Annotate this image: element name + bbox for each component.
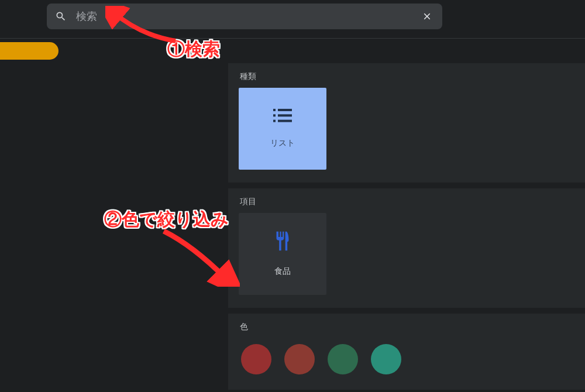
- clear-search-button[interactable]: [420, 9, 434, 23]
- panel-color-title: 色: [240, 322, 574, 332]
- panel-item-title: 項目: [240, 197, 574, 207]
- annotation-2-label: ②色で絞り込み: [104, 208, 229, 232]
- item-tile-label: 食品: [274, 266, 291, 277]
- item-tile-food[interactable]: 食品: [239, 213, 326, 295]
- color-swatch-2[interactable]: [328, 344, 358, 374]
- svg-rect-4: [273, 120, 276, 122]
- close-icon: [422, 11, 432, 22]
- svg-rect-3: [278, 114, 292, 116]
- svg-rect-1: [278, 109, 292, 111]
- top-divider: [0, 38, 585, 39]
- type-tile-label: リスト: [270, 138, 295, 149]
- panel-type-title: 種類: [240, 71, 574, 82]
- panel-type: 種類 リスト: [228, 63, 585, 183]
- color-swatch-0[interactable]: [241, 344, 271, 374]
- search-input[interactable]: [76, 11, 420, 23]
- search-bar[interactable]: [47, 4, 442, 29]
- panel-color: 色: [228, 314, 585, 390]
- type-tile-list[interactable]: リスト: [239, 88, 326, 170]
- color-swatch-3[interactable]: [371, 344, 401, 374]
- list-icon: [273, 109, 292, 123]
- annotation-1-label: ①検索: [167, 37, 220, 61]
- panel-item: 項目 食品: [228, 188, 585, 308]
- svg-rect-5: [278, 120, 292, 122]
- color-swatch-1[interactable]: [284, 344, 315, 374]
- svg-rect-0: [273, 109, 276, 111]
- annotation-2-arrow: [158, 228, 240, 287]
- filter-panels: 種類 リスト 項目 食品 色: [228, 63, 585, 390]
- svg-rect-2: [273, 114, 276, 116]
- food-icon: [274, 231, 291, 251]
- label-chip[interactable]: [0, 42, 58, 60]
- search-icon: [55, 11, 67, 22]
- color-swatch-row: [239, 338, 574, 377]
